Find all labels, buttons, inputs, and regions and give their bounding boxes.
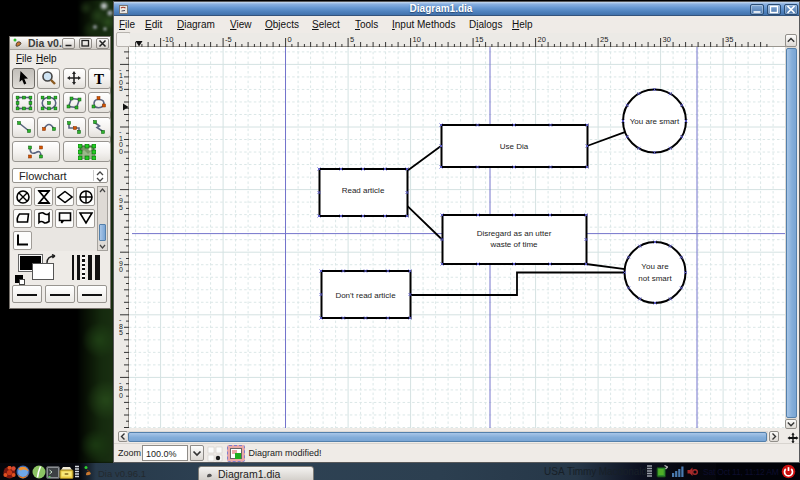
svg-text:5: 5 [119, 85, 123, 92]
svg-text:15: 15 [475, 35, 483, 44]
svg-text:Read article: Read article [342, 186, 385, 195]
svg-text:10: 10 [413, 35, 421, 44]
svg-text:waste of time: waste of time [489, 240, 538, 249]
svg-text:5: 5 [119, 329, 123, 336]
svg-text:5: 5 [350, 35, 354, 44]
svg-text:35: 35 [725, 35, 733, 44]
svg-text:5: 5 [119, 204, 123, 211]
svg-text:T: T [94, 71, 104, 86]
svg-text:0: 0 [119, 392, 123, 399]
svg-text:25: 25 [600, 35, 608, 44]
svg-text:You are smart: You are smart [630, 117, 680, 126]
svg-text:0: 0 [119, 266, 123, 273]
svg-text:Disregard as an utter: Disregard as an utter [477, 229, 552, 238]
svg-text:-5: -5 [225, 35, 232, 44]
svg-text:Use Dia: Use Dia [500, 142, 529, 151]
svg-text:20: 20 [538, 35, 546, 44]
svg-text:0: 0 [119, 148, 123, 155]
svg-text:You are: You are [641, 262, 669, 271]
svg-text:not smart: not smart [638, 274, 672, 283]
svg-text:0: 0 [288, 35, 292, 44]
svg-text:Don't read article: Don't read article [335, 291, 396, 300]
svg-text:-10: -10 [163, 35, 174, 44]
svg-text:30: 30 [663, 35, 671, 44]
